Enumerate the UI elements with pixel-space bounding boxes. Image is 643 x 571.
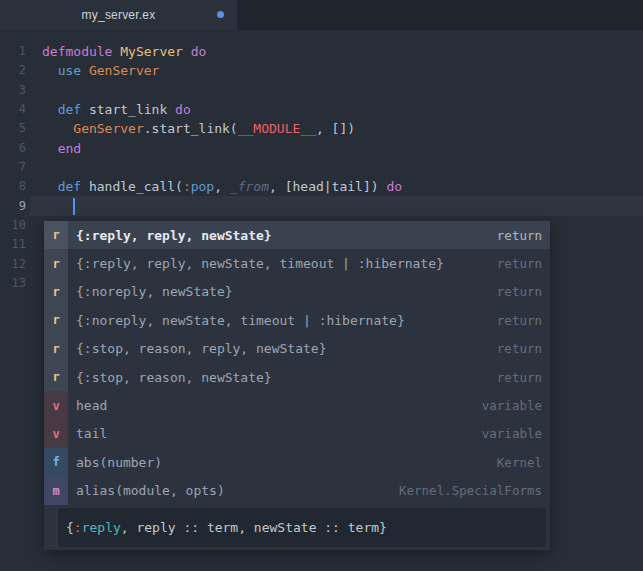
code-line-9 xyxy=(42,197,402,216)
suggestion-kind-icon-r: r xyxy=(44,278,68,306)
code-token: reply xyxy=(82,520,121,535)
code-token: , xyxy=(214,179,230,194)
suggestion-label: tail xyxy=(76,426,107,441)
line-number-1: 1 xyxy=(0,42,26,61)
code-line-3 xyxy=(42,81,402,100)
autocomplete-item-4[interactable]: r{:noreply, newState, timeout | :hiberna… xyxy=(44,306,550,334)
code-token: GenServer xyxy=(73,121,143,136)
code-token: use xyxy=(58,63,81,78)
code-token: _from xyxy=(230,179,269,194)
autocomplete-item-5[interactable]: r{:stop, reason, reply, newState}return xyxy=(44,335,550,363)
code-token: , reply :: term, newState :: term} xyxy=(121,520,387,535)
code-token: pop xyxy=(191,179,214,194)
autocomplete-item-8[interactable]: vtailvariable xyxy=(44,420,550,448)
code-token: : xyxy=(74,520,82,535)
suggestion-label: alias(module, opts) xyxy=(76,483,225,498)
code-token xyxy=(81,179,89,194)
autocomplete-item-6[interactable]: r{:stop, reason, newState}return xyxy=(44,363,550,391)
code-token: do xyxy=(175,102,191,117)
suggestion-kind-icon-r: r xyxy=(44,306,68,334)
code-editor[interactable]: 12345678910111213 defmodule MyServer do … xyxy=(0,30,643,571)
suggestion-kind-icon-r: r xyxy=(44,335,68,363)
suggestion-annotation: variable xyxy=(482,398,550,413)
code-token: , [head|tail]) xyxy=(269,179,386,194)
suggestion-kind-icon-f: f xyxy=(44,448,68,476)
autocomplete-description-text: {:reply, reply :: term, newState :: term… xyxy=(66,520,387,535)
code-token xyxy=(81,63,89,78)
code-token: def xyxy=(58,102,81,117)
code-token xyxy=(42,141,58,156)
code-line-7 xyxy=(42,158,402,177)
line-number-5: 5 xyxy=(0,119,26,138)
autocomplete-item-9[interactable]: fabs(number)Kernel xyxy=(44,448,550,476)
suggestion-annotation: return xyxy=(497,370,550,385)
suggestion-annotation: Kernel.SpecialForms xyxy=(399,483,550,498)
code-token: MyServer xyxy=(120,44,183,59)
suggestion-annotation: return xyxy=(497,341,550,356)
suggestion-kind-icon-r: r xyxy=(44,363,68,391)
line-number-7: 7 xyxy=(0,158,26,177)
code-token: start_link xyxy=(89,102,167,117)
autocomplete-item-10[interactable]: malias(module, opts)Kernel.SpecialForms xyxy=(44,477,550,505)
suggestion-annotation: return xyxy=(497,256,550,271)
suggestion-annotation: return xyxy=(497,228,550,243)
line-number-gutter: 12345678910111213 xyxy=(0,42,26,293)
suggestion-label: {:noreply, newState} xyxy=(76,284,233,299)
line-number-13: 13 xyxy=(0,274,26,293)
suggestion-label: {:reply, reply, newState} xyxy=(76,228,272,243)
suggestion-kind-icon-m: m xyxy=(44,477,68,505)
autocomplete-item-2[interactable]: r{:reply, reply, newState, timeout | :hi… xyxy=(44,249,550,277)
tab-bar: my_server.ex xyxy=(0,0,643,30)
code-token xyxy=(42,121,73,136)
code-token xyxy=(183,44,191,59)
code-line-1: defmodule MyServer do xyxy=(42,42,402,61)
code-token: defmodule xyxy=(42,44,112,59)
autocomplete-item-1[interactable]: r{:reply, reply, newState}return xyxy=(44,221,550,249)
suggestion-kind-icon-r: r xyxy=(44,249,68,277)
autocomplete-description-wrap: {:reply, reply :: term, newState :: term… xyxy=(44,505,550,550)
code-token xyxy=(42,63,58,78)
suggestion-annotation: return xyxy=(497,313,550,328)
line-number-12: 12 xyxy=(0,255,26,274)
autocomplete-item-7[interactable]: vheadvariable xyxy=(44,391,550,419)
suggestion-annotation: return xyxy=(497,284,550,299)
autocomplete-description-panel: {:reply, reply :: term, newState :: term… xyxy=(58,508,546,547)
suggestion-label: abs(number) xyxy=(76,455,162,470)
code-token: __MODULE__ xyxy=(238,121,316,136)
code-line-6: end xyxy=(42,139,402,158)
line-number-8: 8 xyxy=(0,177,26,196)
code-token: GenServer xyxy=(89,63,159,78)
code-token xyxy=(42,179,58,194)
code-area: defmodule MyServer do use GenServer def … xyxy=(42,42,402,216)
suggestion-kind-icon-r: r xyxy=(44,221,68,249)
code-token: : xyxy=(183,179,191,194)
tab-my-server[interactable]: my_server.ex xyxy=(0,0,237,30)
suggestion-label: head xyxy=(76,398,107,413)
modified-indicator-dot xyxy=(217,11,224,18)
code-token: handle_call( xyxy=(89,179,183,194)
code-token xyxy=(42,199,73,214)
autocomplete-item-3[interactable]: r{:noreply, newState}return xyxy=(44,278,550,306)
suggestion-label: {:stop, reason, reply, newState} xyxy=(76,341,326,356)
code-token xyxy=(81,102,89,117)
code-token: { xyxy=(66,520,74,535)
code-line-5: GenServer.start_link(__MODULE__, []) xyxy=(42,119,402,138)
autocomplete-suggestion-list: r{:reply, reply, newState}returnr{:reply… xyxy=(44,221,550,505)
line-number-6: 6 xyxy=(0,139,26,158)
code-token: , []) xyxy=(316,121,355,136)
suggestion-kind-icon-v: v xyxy=(44,420,68,448)
autocomplete-popup: r{:reply, reply, newState}returnr{:reply… xyxy=(44,221,550,550)
editor-window: my_server.ex 12345678910111213 defmodule… xyxy=(0,0,643,571)
line-number-4: 4 xyxy=(0,100,26,119)
code-line-2: use GenServer xyxy=(42,61,402,80)
suggestion-label: {:noreply, newState, timeout | :hibernat… xyxy=(76,313,405,328)
code-line-8: def handle_call(:pop, _from, [head|tail]… xyxy=(42,177,402,196)
code-token xyxy=(167,102,175,117)
code-token: do xyxy=(191,44,207,59)
code-token: .start_link( xyxy=(144,121,238,136)
code-token: do xyxy=(386,179,402,194)
code-token: end xyxy=(58,141,81,156)
suggestion-annotation: variable xyxy=(482,426,550,441)
suggestion-label: {:reply, reply, newState, timeout | :hib… xyxy=(76,256,444,271)
suggestion-kind-icon-v: v xyxy=(44,391,68,419)
